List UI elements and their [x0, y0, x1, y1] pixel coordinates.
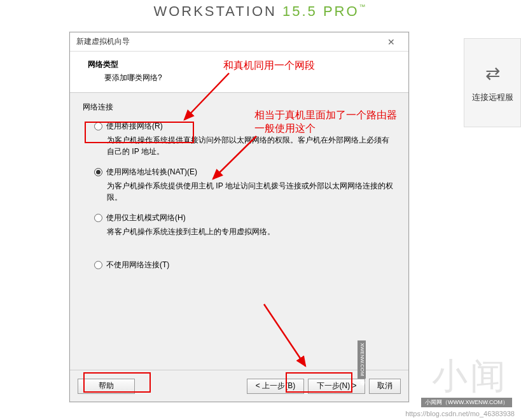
radio-icon	[94, 214, 102, 222]
help-button[interactable]: 帮助	[78, 379, 135, 394]
radio-icon	[94, 168, 102, 176]
watermark-bar: 小闻网（WWW.XWENW.COM）	[421, 398, 512, 407]
cancel-button[interactable]: 取消	[369, 379, 401, 394]
radio-label: 使用桥接网络(R)	[106, 121, 163, 132]
radio-desc: 为客户机操作系统提供使用主机 IP 地址访问主机拨号连接或外部以太网网络连接的权…	[83, 179, 396, 209]
next-button[interactable]: 下一步(N) >	[308, 379, 365, 394]
dialog-header-subtitle: 要添加哪类网络?	[85, 73, 393, 83]
radio-label: 不使用网络连接(T)	[106, 260, 169, 270]
radio-bridged[interactable]: 使用桥接网络(R)	[83, 118, 396, 133]
radio-icon	[94, 122, 102, 130]
product-title: WORKSTATION 15.5 PRO™	[153, 3, 367, 19]
watermark-vertical: XWENW.COM专用	[358, 340, 366, 379]
watermark: 小闻	[432, 353, 508, 401]
connect-remote-label: 连接远程服	[472, 92, 513, 103]
radio-nat[interactable]: 使用网络地址转换(NAT)(E)	[83, 164, 396, 179]
connect-remote-tile[interactable]: ⇄ 连接远程服	[464, 38, 521, 127]
radio-host-only[interactable]: 使用仅主机模式网络(H)	[83, 209, 396, 225]
radio-no-network[interactable]: 不使用网络连接(T)	[83, 256, 396, 272]
blog-url-watermark: https://blog.csdn.net/mo_46383938	[405, 410, 515, 417]
dialog-body: 网络连接 使用桥接网络(R) 为客户机操作系统提供直接访问外部以太网网络的权限。…	[70, 93, 408, 370]
back-button[interactable]: < 上一步(B)	[247, 379, 304, 394]
app-header: WORKSTATION 15.5 PRO™	[0, 0, 521, 20]
radio-label: 使用网络地址转换(NAT)(E)	[106, 167, 197, 178]
radio-desc: 将客户机操作系统连接到主机上的专用虚拟网络。	[83, 225, 396, 244]
transfer-icon: ⇄	[485, 63, 500, 84]
dialog-header: 网络类型 要添加哪类网络?	[70, 52, 408, 93]
dialog-titlebar: 新建虚拟机向导 ✕	[70, 32, 408, 52]
dialog-title: 新建虚拟机向导	[76, 36, 130, 47]
radio-desc: 为客户机操作系统提供直接访问外部以太网网络的权限。客户机在外部网络上必须有自己的…	[83, 133, 396, 164]
product-version: 15.5 PRO	[282, 3, 359, 19]
close-icon[interactable]: ✕	[380, 36, 402, 48]
product-prefix: WORKSTATION	[153, 3, 282, 19]
dialog-header-title: 网络类型	[85, 59, 393, 70]
group-label-network: 网络连接	[83, 102, 396, 113]
watermark-text: 小闻	[432, 356, 508, 396]
radio-icon	[94, 261, 102, 269]
radio-label: 使用仅主机模式网络(H)	[106, 213, 186, 223]
